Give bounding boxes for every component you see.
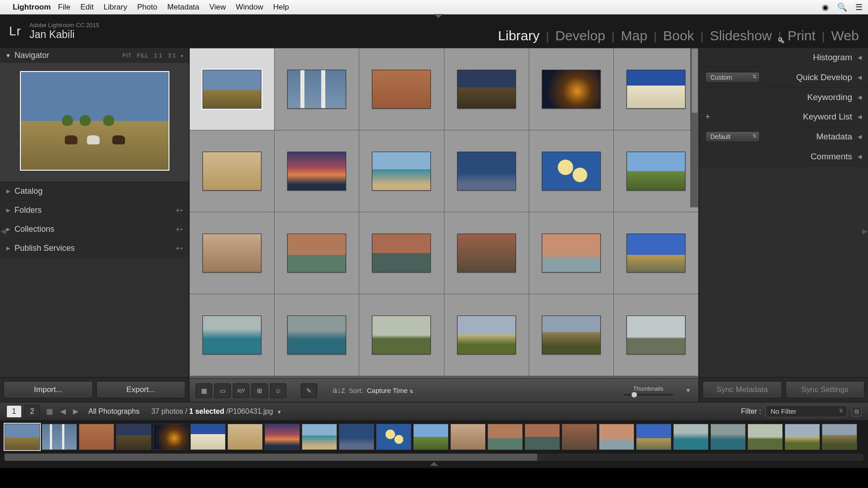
menu-list-icon[interactable]: ☰ (855, 2, 863, 12)
grid-view-button[interactable]: ▦ (196, 383, 212, 398)
export-button[interactable]: Export... (96, 381, 186, 398)
collapse-icon[interactable]: ◀ (858, 54, 862, 61)
menu-metadata[interactable]: Metadata (167, 3, 199, 12)
zoom-fit[interactable]: FIT (122, 52, 131, 59)
grid-cell[interactable] (529, 212, 613, 294)
filmstrip-thumb[interactable] (562, 424, 597, 450)
filmstrip-thumb[interactable] (450, 424, 486, 450)
sort-value[interactable]: Capture Time ⇅ (367, 387, 413, 394)
second-window-button[interactable]: 2 (24, 405, 40, 418)
filmstrip-thumb[interactable] (265, 424, 300, 450)
folders-add-icon[interactable]: + (176, 206, 180, 215)
bottom-panel-collapse-icon[interactable] (430, 462, 438, 466)
painter-tool-button[interactable]: ✎ (301, 383, 317, 398)
top-panel-collapse-icon[interactable] (434, 14, 443, 18)
module-develop[interactable]: Develop (555, 28, 605, 43)
grid-cell[interactable] (444, 48, 529, 130)
filmstrip-row[interactable] (0, 420, 868, 451)
grid-cell[interactable] (275, 294, 359, 376)
grid-cell[interactable] (444, 294, 529, 376)
grid-cell[interactable] (444, 130, 529, 212)
filmstrip-thumb[interactable] (673, 424, 709, 450)
grid-cell[interactable] (529, 294, 613, 376)
panel-histogram[interactable]: Histogram◀ (699, 48, 868, 67)
grid-cell[interactable] (275, 212, 359, 294)
thumbnail-grid[interactable] (189, 48, 699, 378)
grid-cell[interactable] (359, 294, 444, 376)
go-back-icon[interactable]: ◀ (60, 407, 66, 416)
filmstrip-thumb[interactable] (413, 424, 448, 450)
menu-view[interactable]: View (209, 3, 226, 12)
compare-view-button[interactable]: X|Y (233, 383, 249, 398)
identity-plate[interactable]: Jan Kabili (29, 29, 99, 41)
module-map[interactable]: Map (621, 28, 647, 43)
grid-cell[interactable] (529, 130, 613, 212)
spotlight-icon[interactable]: 🔍 (837, 2, 847, 12)
filmstrip-thumb[interactable] (116, 424, 151, 450)
sort-direction-icon[interactable]: a↓z (333, 386, 345, 395)
module-print[interactable]: Print (787, 28, 815, 43)
grid-cell[interactable] (190, 212, 274, 294)
panel-catalog[interactable]: ▶Catalog (0, 182, 189, 201)
grid-cell[interactable] (275, 130, 359, 212)
navigator-header[interactable]: ▼ Navigator FIT FILL 1:1 3:1 ▸ (0, 48, 189, 63)
filmstrip-thumb[interactable] (190, 424, 226, 450)
filmstrip-thumb[interactable] (302, 424, 337, 450)
zoom-menu-icon[interactable]: ▸ (181, 53, 183, 58)
panel-keyword-list[interactable]: +Keyword List◀ (699, 107, 868, 127)
filmstrip-thumb[interactable] (599, 424, 634, 450)
grid-cell[interactable] (190, 294, 274, 376)
module-slideshow[interactable]: Slideshow (710, 28, 772, 43)
navigator-preview[interactable] (20, 71, 169, 171)
grid-cell[interactable] (359, 130, 444, 212)
filmstrip-thumb[interactable] (339, 424, 374, 450)
grid-cell[interactable] (614, 130, 698, 212)
menu-file[interactable]: File (58, 3, 70, 12)
filmstrip-thumb[interactable] (153, 424, 188, 450)
go-forward-icon[interactable]: ▶ (73, 407, 78, 416)
filename-menu-icon[interactable]: ▼ (277, 409, 282, 415)
filter-dropdown[interactable]: No Filter (766, 405, 847, 417)
panel-collections[interactable]: ▶Collections+▾ (0, 220, 189, 239)
grid-cell[interactable] (614, 212, 698, 294)
filmstrip-thumb[interactable] (42, 424, 77, 450)
filmstrip-thumb[interactable] (227, 424, 263, 450)
filmstrip-scrollbar[interactable] (5, 454, 863, 461)
metadata-preset-dropdown[interactable]: Default (705, 131, 760, 142)
people-view-button[interactable]: ☺ (270, 383, 286, 398)
filter-lock-icon[interactable]: ⊟ (852, 407, 862, 416)
panel-quick-develop[interactable]: CustomQuick Develop◀ (699, 67, 868, 88)
grid-cell[interactable] (614, 48, 698, 130)
sync-settings-button[interactable]: Sync Settings (786, 381, 865, 398)
panel-comments[interactable]: Comments◀ (699, 147, 868, 167)
main-window-button[interactable]: 1 (6, 405, 22, 418)
app-name[interactable]: Lightroom (13, 3, 51, 12)
panel-metadata[interactable]: DefaultMetadata◀ (699, 127, 868, 147)
quick-develop-preset-dropdown[interactable]: Custom (705, 72, 760, 83)
menu-photo[interactable]: Photo (137, 3, 157, 12)
import-button[interactable]: Import... (4, 381, 93, 398)
source-label[interactable]: All Photographs (88, 407, 140, 416)
grid-scrollbar[interactable] (690, 48, 699, 207)
filmstrip-thumb[interactable] (5, 424, 40, 450)
zoom-1-1[interactable]: 1:1 (154, 52, 162, 59)
grid-cell[interactable] (444, 212, 529, 294)
filmstrip-thumb[interactable] (525, 424, 560, 450)
filmstrip-thumb[interactable] (710, 424, 746, 450)
zoom-3-1[interactable]: 3:1 (168, 52, 176, 59)
filmstrip-thumb[interactable] (747, 424, 783, 450)
menu-library[interactable]: Library (104, 3, 127, 12)
survey-view-button[interactable]: ⊞ (251, 383, 268, 398)
left-panel-grip-icon[interactable]: ◀ (0, 225, 6, 237)
filmstrip-thumb[interactable] (822, 424, 857, 450)
publish-add-icon[interactable]: + (176, 244, 180, 253)
grid-cell[interactable] (275, 48, 359, 130)
grid-cell[interactable] (190, 130, 274, 212)
toolbar-menu-icon[interactable]: ▼ (684, 387, 692, 395)
panel-keywording[interactable]: Keywording◀ (699, 88, 868, 107)
right-panel-grip-icon[interactable]: ▶ (862, 225, 868, 237)
module-web[interactable]: Web (831, 28, 859, 43)
filmstrip-thumb[interactable] (487, 424, 523, 450)
zoom-fill[interactable]: FILL (137, 52, 149, 59)
keyword-list-add-icon[interactable]: + (705, 112, 710, 122)
